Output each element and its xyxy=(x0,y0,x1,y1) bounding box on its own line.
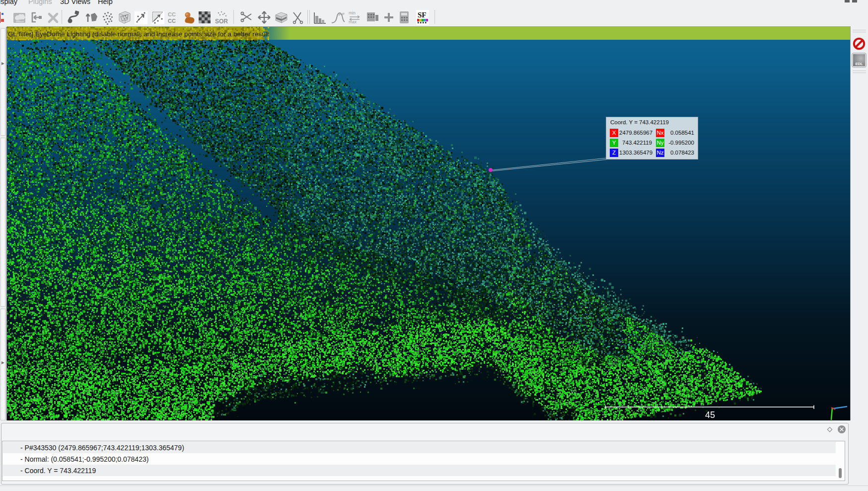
svg-text:max: max xyxy=(349,19,357,24)
svg-text:SOR: SOR xyxy=(215,18,228,25)
svg-text:min: min xyxy=(349,10,356,15)
svg-text:μ,σ: μ,σ xyxy=(339,11,345,16)
svg-text:SF: SF xyxy=(418,11,427,19)
svg-text:CC: CC xyxy=(168,18,176,24)
svg-text:CC: CC xyxy=(168,11,176,17)
